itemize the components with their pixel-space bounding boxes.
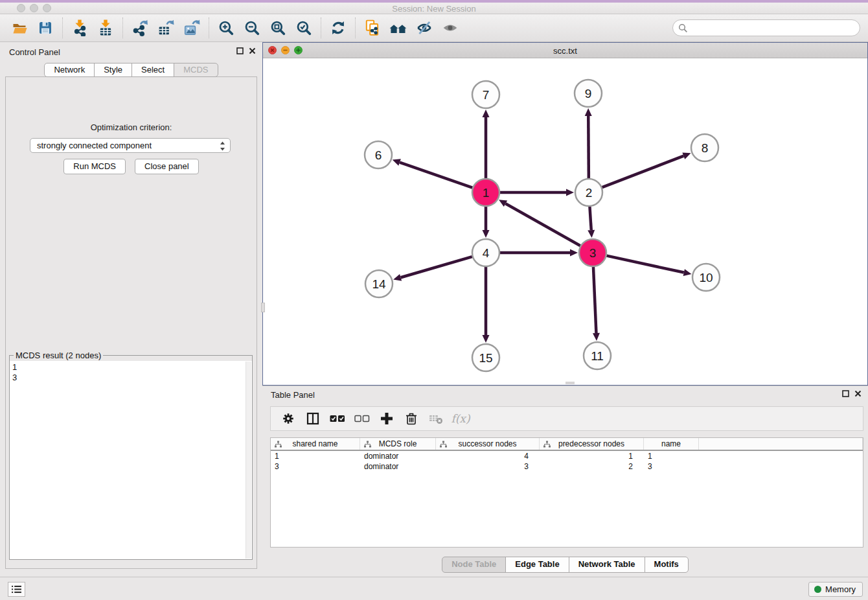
graph-edge-1-6[interactable] bbox=[400, 163, 472, 188]
cell-predecessor-nodes[interactable]: 2 bbox=[540, 461, 644, 472]
import-table-button[interactable] bbox=[93, 16, 119, 40]
save-icon bbox=[38, 20, 53, 36]
tab-style[interactable]: Style bbox=[94, 63, 132, 77]
table-row[interactable]: 1 dominator 4 1 1 bbox=[271, 451, 863, 461]
cell-shared-name[interactable]: 1 bbox=[271, 451, 360, 461]
graph-edge-2-8[interactable] bbox=[602, 156, 684, 187]
apply-layout-button[interactable] bbox=[325, 16, 351, 40]
cell-name[interactable]: 1 bbox=[644, 451, 699, 461]
import-table-icon bbox=[97, 19, 114, 36]
ui-settings-button[interactable] bbox=[8, 582, 25, 597]
function-builder-button[interactable]: f(x) bbox=[448, 408, 473, 429]
zoom-selected-button[interactable] bbox=[291, 16, 317, 40]
graph-arrowhead bbox=[683, 269, 692, 276]
close-panel-icon[interactable] bbox=[249, 47, 256, 54]
hide-eye-icon bbox=[416, 19, 433, 36]
table-header-row: shared name MCDS role successor nodes bbox=[271, 438, 863, 451]
refresh-icon bbox=[330, 19, 347, 36]
delete-columns-button[interactable] bbox=[399, 408, 424, 429]
cell-mcds-role[interactable]: dominator bbox=[360, 451, 436, 461]
table-row[interactable]: 3 dominator 3 2 3 bbox=[271, 461, 863, 472]
network-window-titlebar[interactable]: scc.txt bbox=[263, 43, 867, 58]
search-input[interactable] bbox=[672, 19, 860, 36]
close-panel-icon[interactable] bbox=[854, 390, 862, 397]
criterion-select[interactable]: strongly connected component bbox=[30, 138, 231, 153]
column-label: predecessor nodes bbox=[558, 439, 624, 448]
cell-predecessor-nodes[interactable]: 1 bbox=[540, 451, 644, 461]
tab-node-table[interactable]: Node Table bbox=[442, 557, 506, 573]
cell-shared-name[interactable]: 3 bbox=[271, 461, 360, 472]
tab-network[interactable]: Network bbox=[44, 63, 95, 77]
node-table[interactable]: shared name MCDS role successor nodes bbox=[270, 437, 863, 548]
create-column-button[interactable] bbox=[374, 408, 399, 429]
column-header-predecessor-nodes[interactable]: predecessor nodes bbox=[540, 438, 644, 450]
float-panel-icon[interactable] bbox=[842, 390, 849, 397]
window-title: Session: New Session bbox=[0, 4, 868, 14]
column-header-filler bbox=[699, 438, 863, 450]
mcds-result-list[interactable]: 1 3 bbox=[12, 362, 244, 557]
memory-button[interactable]: Memory bbox=[808, 582, 863, 597]
column-header-successor-nodes[interactable]: successor nodes bbox=[436, 438, 540, 450]
network-graph[interactable]: 7968124314101511 bbox=[263, 58, 867, 385]
cell-successor-nodes[interactable]: 3 bbox=[436, 461, 540, 472]
export-network-button[interactable] bbox=[127, 16, 153, 40]
column-header-mcds-role[interactable]: MCDS role bbox=[360, 438, 436, 450]
search-icon bbox=[678, 23, 688, 33]
zoom-in-button[interactable] bbox=[213, 16, 239, 40]
tab-motifs[interactable]: Motifs bbox=[645, 557, 689, 573]
unselect-all-columns-button[interactable] bbox=[350, 408, 374, 429]
export-table-button[interactable] bbox=[153, 16, 179, 40]
control-panel-title: Control Panel bbox=[9, 47, 60, 57]
cell-mcds-role[interactable]: dominator bbox=[360, 461, 436, 472]
graph-edge-2-9[interactable] bbox=[588, 116, 589, 178]
column-label: name bbox=[661, 439, 681, 448]
toggle-column-view-button[interactable] bbox=[301, 408, 325, 429]
first-neighbors-icon bbox=[364, 19, 381, 36]
select-all-columns-button[interactable] bbox=[325, 408, 350, 429]
cell-filler bbox=[699, 461, 863, 472]
network-canvas[interactable]: 7968124314101511 bbox=[263, 58, 867, 385]
toolbar-separator bbox=[122, 17, 123, 38]
graph-node-label: 4 bbox=[483, 246, 490, 260]
zoom-out-button[interactable] bbox=[239, 16, 265, 40]
toolbar-separator bbox=[355, 17, 356, 38]
graph-edge-3-1[interactable] bbox=[505, 203, 580, 246]
zoom-fit-button[interactable] bbox=[265, 16, 291, 40]
run-mcds-button[interactable]: Run MCDS bbox=[63, 159, 126, 174]
gear-icon bbox=[281, 411, 295, 426]
graph-edge-3-11[interactable] bbox=[593, 267, 596, 333]
graph-arrowhead bbox=[588, 230, 595, 238]
graph-edge-4-14[interactable] bbox=[401, 257, 472, 277]
show-hidden-button[interactable] bbox=[437, 16, 463, 40]
column-header-name[interactable]: name bbox=[644, 438, 699, 450]
show-all-button[interactable] bbox=[385, 16, 411, 40]
open-session-button[interactable] bbox=[6, 16, 32, 40]
save-session-button[interactable] bbox=[32, 16, 58, 40]
table-settings-button[interactable] bbox=[276, 408, 301, 429]
delete-table-button[interactable] bbox=[424, 408, 448, 429]
graph-arrowhead bbox=[566, 189, 574, 196]
result-scrollbar[interactable] bbox=[246, 362, 251, 559]
canvas-resize-handle[interactable] bbox=[565, 382, 575, 384]
panel-resize-handle[interactable] bbox=[261, 303, 265, 312]
graph-edge-3-10[interactable] bbox=[606, 256, 683, 273]
hide-selected-button[interactable] bbox=[411, 16, 437, 40]
tab-edge-table[interactable]: Edge Table bbox=[505, 557, 569, 573]
control-panel-tabs: Network Style Select MCDS bbox=[0, 63, 262, 77]
cell-successor-nodes[interactable]: 4 bbox=[436, 451, 540, 461]
float-panel-icon[interactable] bbox=[236, 47, 244, 54]
tab-mcds[interactable]: MCDS bbox=[174, 63, 218, 77]
graph-edge-2-3[interactable] bbox=[589, 207, 591, 230]
delete-table-icon bbox=[428, 411, 444, 426]
cell-name[interactable]: 3 bbox=[644, 461, 699, 472]
close-panel-button[interactable]: Close panel bbox=[135, 159, 199, 174]
memory-label: Memory bbox=[825, 584, 856, 594]
first-neighbors-button[interactable] bbox=[360, 16, 385, 40]
tab-select[interactable]: Select bbox=[131, 63, 174, 77]
table-toolbar: f(x) bbox=[270, 406, 863, 431]
export-image-button[interactable] bbox=[179, 16, 205, 40]
tab-network-table[interactable]: Network Table bbox=[569, 557, 645, 573]
network-view-window: scc.txt 7968124314101511 bbox=[262, 42, 868, 386]
column-header-shared-name[interactable]: shared name bbox=[271, 438, 360, 450]
import-network-button[interactable] bbox=[67, 16, 93, 40]
